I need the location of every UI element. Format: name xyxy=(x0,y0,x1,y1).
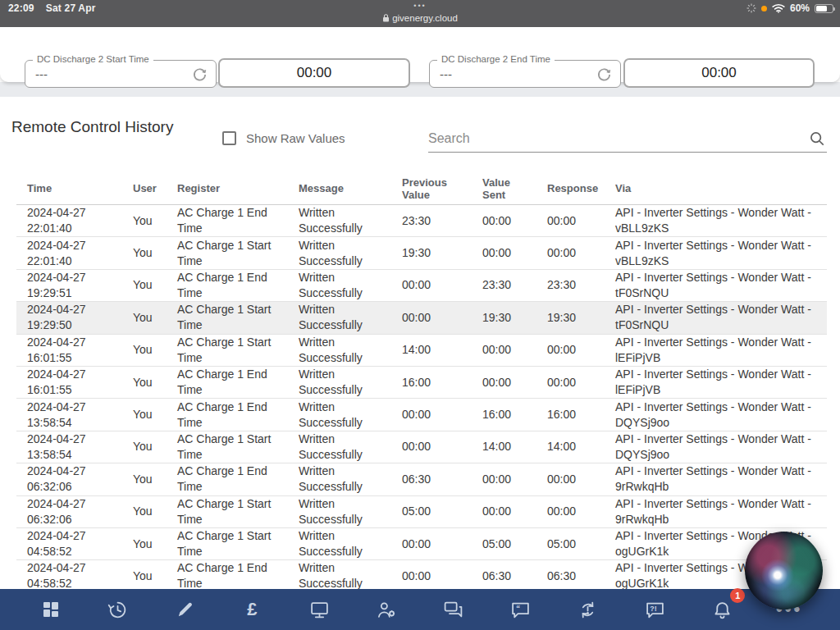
cell-time: 2024-04-2704:58:52 xyxy=(16,528,133,559)
cell-user: You xyxy=(133,407,177,422)
table-row[interactable]: 2024-04-2719:29:50 You AC Charge 1 Start… xyxy=(16,302,827,334)
cell-via: API - Inverter Settings - Wonder Watt -v… xyxy=(615,238,827,269)
cell-user: You xyxy=(133,472,177,487)
dc-discharge2-start-time-input[interactable]: 00:00 xyxy=(218,58,410,88)
cell-via: API - Inverter Settings - Wonder Watt -D… xyxy=(615,431,827,463)
cell-user: You xyxy=(133,536,177,552)
lock-icon xyxy=(382,14,390,22)
refresh-icon[interactable] xyxy=(596,66,612,82)
cell-time: 2024-04-2719:29:51 xyxy=(16,270,133,301)
feedback-icon[interactable]: “ xyxy=(504,596,537,623)
cell-via: API - Inverter Settings - Wonder Watt -t… xyxy=(615,270,827,301)
dashboard-icon[interactable] xyxy=(34,596,67,623)
show-raw-values-label: Show Raw Values xyxy=(246,131,345,145)
cell-register: AC Charge 1 End Time xyxy=(177,205,282,236)
page-title: Remote Control History xyxy=(11,118,173,136)
cell-previous-value: 00:00 xyxy=(402,277,482,293)
cell-message: Written Successfully xyxy=(299,399,384,431)
refresh-icon[interactable] xyxy=(192,66,208,82)
cell-via: API - Inverter Settings - Wonder Watt -9… xyxy=(615,463,827,495)
history-icon[interactable] xyxy=(102,596,135,623)
cell-value-sent: 00:00 xyxy=(482,342,547,358)
cell-message: Written Successfully xyxy=(299,367,384,398)
table-row[interactable]: 2024-04-2713:58:54 You AC Charge 1 Start… xyxy=(16,431,827,463)
cell-register: AC Charge 1 Start Time xyxy=(177,335,282,366)
address-bar[interactable]: givenergy.cloud xyxy=(0,13,840,23)
dc-discharge2-start-label: DC Discharge 2 Start Time xyxy=(33,54,153,64)
cell-message: Written Successfully xyxy=(299,496,384,527)
table-row[interactable]: 2024-04-2706:32:06 You AC Charge 1 Start… xyxy=(16,496,827,528)
dc-discharge2-end-time-input[interactable]: 00:00 xyxy=(623,58,815,88)
table-row[interactable]: 2024-04-2722:01:40 You AC Charge 1 Start… xyxy=(16,237,827,269)
cell-time: 2024-04-2719:29:50 xyxy=(16,302,133,333)
cell-value-sent: 23:30 xyxy=(482,277,547,293)
cell-response: 00:00 xyxy=(547,342,615,358)
search-icon[interactable] xyxy=(809,130,825,147)
table-row[interactable]: 2024-04-2716:01:55 You AC Charge 1 Start… xyxy=(16,335,827,367)
search-input[interactable]: Search xyxy=(428,126,827,153)
col-previous-value: Previous Value xyxy=(402,176,482,201)
cell-previous-value: 00:00 xyxy=(402,536,482,552)
inverter-settings-card: DC Discharge 2 Start Time --- 00:00 DC D… xyxy=(0,27,840,82)
history-table: Time User Register Message Previous Valu… xyxy=(16,172,827,589)
cell-value-sent: 00:00 xyxy=(482,375,547,390)
cell-time: 2024-04-2706:32:06 xyxy=(16,463,133,495)
cell-value-sent: 00:00 xyxy=(482,245,547,261)
dc-discharge2-start-field[interactable]: DC Discharge 2 Start Time --- xyxy=(25,60,217,88)
cell-register: AC Charge 1 End Time xyxy=(177,270,282,301)
notifications-bell-icon[interactable]: 1 xyxy=(705,596,738,623)
dc-discharge2-end-field[interactable]: DC Discharge 2 End Time --- xyxy=(429,60,621,88)
table-row[interactable]: 2024-04-2713:58:54 You AC Charge 1 End T… xyxy=(16,399,827,431)
status-bar: 22:09Sat 27 Apr ••• givenergy.cloud 60% xyxy=(0,0,840,27)
cell-message: Written Successfully xyxy=(299,463,384,495)
table-row[interactable]: 2024-04-2716:01:55 You AC Charge 1 End T… xyxy=(16,367,827,399)
cell-via: API - Inverter Settings - Wonder Watt -t… xyxy=(615,302,827,333)
account-settings-icon[interactable] xyxy=(370,596,403,623)
edit-icon[interactable] xyxy=(169,596,202,623)
search-placeholder: Search xyxy=(428,131,470,146)
cell-via: API - Inverter Settings - Wonder Watt -l… xyxy=(615,367,827,398)
cell-message: Written Successfully xyxy=(299,560,384,589)
cell-register: AC Charge 1 Start Time xyxy=(177,528,282,559)
start-time-value: 00:00 xyxy=(297,65,332,81)
tab-dots[interactable]: ••• xyxy=(0,2,840,10)
cell-previous-value: 16:00 xyxy=(402,375,482,390)
cell-message: Written Successfully xyxy=(299,238,384,269)
cell-register: AC Charge 1 Start Time xyxy=(177,431,282,463)
sync-alert-icon[interactable] xyxy=(572,596,605,623)
faq-icon[interactable]: ?! xyxy=(638,596,671,623)
cell-time: 2024-04-2716:01:55 xyxy=(16,335,133,366)
svg-text:?!: ?! xyxy=(650,605,656,613)
table-row[interactable]: 2024-04-2719:29:51 You AC Charge 1 End T… xyxy=(16,270,827,302)
show-raw-values-toggle[interactable]: Show Raw Values xyxy=(222,131,345,145)
cell-message: Written Successfully xyxy=(299,270,384,301)
table-row[interactable]: 2024-04-2704:58:52 You AC Charge 1 Start… xyxy=(16,528,827,560)
svg-text:“: “ xyxy=(517,604,521,612)
col-register: Register xyxy=(177,182,299,194)
table-row[interactable]: 2024-04-2706:32:06 You AC Charge 1 End T… xyxy=(16,463,827,495)
cell-user: You xyxy=(133,277,177,293)
table-row[interactable]: 2024-04-2722:01:40 You AC Charge 1 End T… xyxy=(16,205,827,237)
cell-via: API - Inverter Settings - Wonder Watt -v… xyxy=(615,205,827,236)
display-icon[interactable] xyxy=(303,596,336,623)
cell-value-sent: 16:00 xyxy=(482,407,547,422)
cell-previous-value: 00:00 xyxy=(402,407,482,422)
cell-previous-value: 00:00 xyxy=(402,439,482,454)
forum-icon[interactable] xyxy=(437,596,470,623)
cell-response: 23:30 xyxy=(547,277,615,293)
cell-response: 00:00 xyxy=(547,504,615,519)
table-row[interactable]: 2024-04-2704:58:52 You AC Charge 1 End T… xyxy=(16,560,827,589)
siri-orb[interactable] xyxy=(745,532,823,609)
col-value-sent: Value Sent xyxy=(482,176,547,201)
cell-response: 14:00 xyxy=(547,439,615,454)
tariff-pound-icon[interactable]: £ xyxy=(235,596,268,623)
cell-via: API - Inverter Settings - Wonder Watt -D… xyxy=(615,399,827,431)
cell-response: 00:00 xyxy=(547,245,615,261)
cell-response: 16:00 xyxy=(547,407,615,422)
cell-time: 2024-04-2713:58:54 xyxy=(16,399,133,431)
cell-time: 2024-04-2722:01:40 xyxy=(16,205,133,236)
cell-register: AC Charge 1 Start Time xyxy=(177,302,282,333)
show-raw-values-checkbox[interactable] xyxy=(222,131,236,145)
col-time: Time xyxy=(16,182,133,194)
cell-value-sent: 05:00 xyxy=(482,536,547,552)
